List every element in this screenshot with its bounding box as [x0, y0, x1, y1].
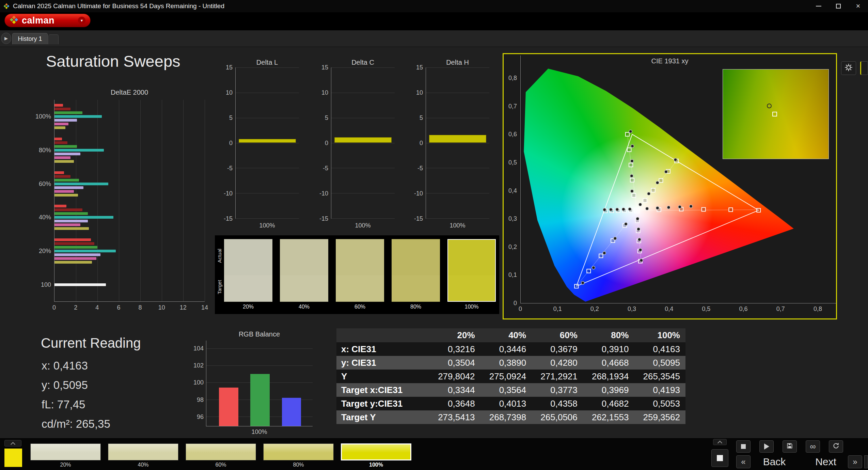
y-axis-tick-label: -5 [405, 164, 423, 172]
x-axis-tick-label: 0 [52, 304, 56, 311]
results-table: 20%40%60%80%100%x: CIE310,32160,34460,36… [336, 328, 685, 424]
layout-nav-forward-button[interactable]: ▶ [1, 33, 11, 44]
swatch-column: 80% [392, 239, 440, 312]
measured-marker [656, 181, 659, 184]
deltae-chart-title: DeltaE 2000 [54, 89, 205, 96]
pattern-level[interactable]: 20% [30, 443, 101, 469]
deltae-chart [54, 100, 205, 302]
y-axis-tick-label: 15 [215, 64, 233, 71]
pattern-level[interactable]: 100% [341, 443, 411, 469]
measured-marker [667, 206, 670, 209]
pattern-level[interactable]: 80% [263, 443, 334, 469]
collapse-left-panel-button[interactable] [4, 440, 21, 446]
bar [54, 160, 74, 163]
pattern-level[interactable]: 60% [186, 443, 256, 469]
y-axis-tick-label: -5 [215, 164, 233, 172]
y-axis-tick-label: 0,7 [493, 103, 517, 110]
y-axis-tick-label: 100 [183, 379, 204, 386]
page-title: Saturation Sweeps [46, 52, 180, 70]
y-axis-tick-label: 98 [183, 396, 204, 403]
pattern-swatch[interactable] [186, 443, 256, 460]
x-axis-tick-label: 4 [95, 304, 99, 311]
pattern-swatch[interactable] [30, 443, 101, 460]
minimize-button[interactable] [809, 0, 828, 12]
pattern-swatch[interactable] [108, 443, 178, 460]
bar [54, 171, 64, 174]
more-panels-button[interactable] [860, 61, 868, 75]
bar [54, 261, 92, 264]
close-icon: × [856, 2, 861, 11]
continuous-measure-button[interactable]: ∞ [806, 440, 820, 453]
collapse-right-panel-button[interactable] [713, 439, 727, 445]
back-button[interactable]: Back [754, 455, 795, 468]
table-header-cell: 40% [480, 328, 532, 342]
deltae-x-axis: 02468101214 [54, 304, 205, 312]
gridline [331, 168, 395, 168]
swatch-column: 100% [447, 239, 496, 312]
tab-history-1[interactable]: History 1 [12, 33, 48, 44]
bar [54, 145, 77, 148]
active-pattern-swatch[interactable] [4, 449, 22, 467]
target-swatch [336, 275, 384, 302]
bar [54, 257, 96, 260]
y-axis-tick-label: 0 [493, 300, 517, 307]
row-label-cell: Target Y [336, 410, 429, 424]
next-skip-button[interactable]: » [848, 455, 862, 468]
stop-button[interactable] [736, 440, 751, 453]
close-button[interactable]: × [848, 0, 868, 12]
calman-menu-button[interactable]: calman ▾ [4, 14, 91, 27]
x-axis-tick-label: 0,7 [776, 306, 785, 313]
delta-c-x-label: 100% [331, 222, 395, 229]
measured-marker [636, 217, 639, 220]
y-axis-tick-label: 96 [183, 413, 204, 421]
swatch-label: 100% [447, 302, 496, 312]
gridline [426, 143, 489, 143]
back-skip-button[interactable]: « [736, 455, 751, 468]
gridline [206, 348, 313, 349]
pattern-level-label: 80% [263, 462, 334, 468]
gridline [331, 118, 395, 118]
pattern-level[interactable]: 40% [108, 443, 178, 469]
table-row: Y279,8042275,0924271,2921268,1934265,354… [336, 370, 685, 383]
value-cell: 271,2921 [532, 370, 583, 383]
display-window-button[interactable] [711, 449, 728, 467]
row-label-cell: y: CIE31 [336, 356, 429, 370]
refresh-button[interactable] [829, 440, 843, 453]
gridline [236, 218, 299, 219]
edge-button[interactable] [864, 455, 868, 468]
delta-c-y-axis: 151050-5-10-15 [311, 67, 328, 219]
pattern-level-label: 60% [186, 462, 256, 468]
next-button[interactable]: Next [807, 455, 845, 468]
pattern-swatch[interactable] [341, 443, 411, 460]
value-cell: 0,4682 [583, 397, 634, 410]
play-button[interactable] [759, 440, 774, 453]
measured-marker [581, 281, 584, 284]
gridline [236, 67, 299, 68]
bar-group [54, 234, 205, 268]
logo-text: calman [22, 15, 54, 26]
bar [334, 137, 391, 143]
bar [54, 223, 80, 226]
new-tab-stub[interactable] [48, 34, 59, 44]
measured-marker [603, 251, 606, 254]
swatch-comparison-panel: Actual Target 20%40%60%80%100% [215, 235, 499, 314]
table-header-cell: 20% [429, 328, 480, 342]
x-axis-tick-label: 0,5 [702, 306, 710, 313]
save-button[interactable] [783, 440, 797, 453]
y-axis-tick-label: 0,5 [493, 159, 517, 166]
bottom-bar: 20%40%60%80%100% ∞ « Back Next » [0, 438, 868, 470]
x-axis-tick-label: 0,2 [590, 306, 599, 313]
play-icon [764, 443, 769, 450]
y-axis-tick-label: 0,8 [493, 75, 517, 82]
y-axis-tick-label: 40% [24, 214, 51, 221]
measured-marker [639, 203, 642, 206]
value-cell: 262,1553 [583, 410, 634, 424]
y-axis-tick-label: -15 [311, 215, 328, 222]
gridline [236, 93, 299, 93]
maximize-button[interactable] [828, 0, 848, 12]
measured-marker [630, 174, 633, 177]
pattern-swatch[interactable] [263, 443, 334, 460]
measured-marker [647, 192, 650, 195]
bar [54, 238, 91, 241]
settings-button[interactable] [841, 61, 856, 75]
